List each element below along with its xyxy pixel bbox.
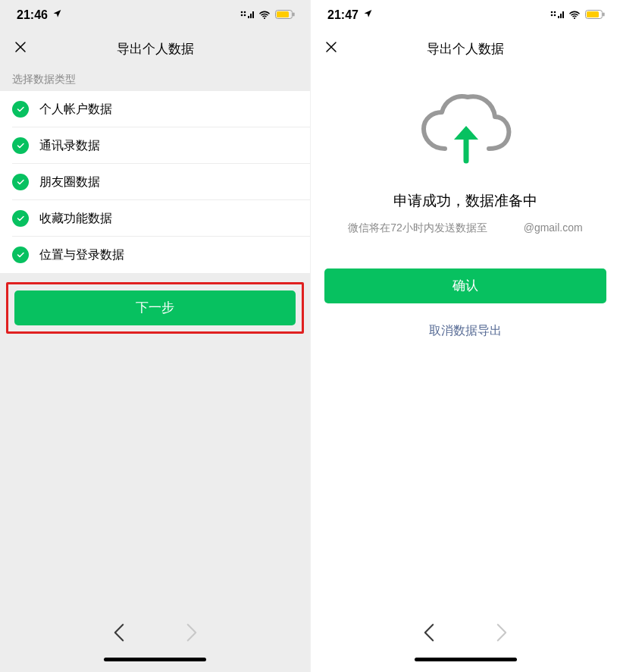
check-icon (12, 210, 29, 227)
list-item-label: 朋友圈数据 (39, 174, 100, 190)
svg-point-12 (551, 14, 553, 17)
list-item-label: 收藏功能数据 (39, 211, 112, 227)
check-icon (12, 137, 29, 154)
svg-rect-15 (560, 14, 562, 18)
success-subtitle-prefix: 微信将在72小时内发送数据至 (348, 221, 487, 234)
success-block: 申请成功，数据准备中 微信将在72小时内发送数据至 @gmail.com 确认 … (311, 67, 620, 339)
page-title: 导出个人数据 (427, 40, 504, 58)
status-left: 21:46 (17, 8, 62, 22)
back-icon[interactable] (423, 623, 435, 645)
screen-select-data: 21:46 导出个人数据 选择数据类型 个人帐户数据 (0, 0, 310, 672)
cloud-upload-icon (416, 89, 515, 168)
data-type-list: 个人帐户数据 通讯录数据 朋友圈数据 收藏功能数据 位置与登录数据 (0, 91, 310, 273)
location-icon (363, 8, 373, 22)
bottom-nav (0, 611, 310, 672)
wifi-icon (568, 8, 581, 22)
status-bar: 21:47 (311, 0, 620, 30)
battery-icon (585, 8, 605, 22)
bottom-nav (311, 611, 620, 672)
svg-point-0 (241, 11, 243, 14)
page-title: 导出个人数据 (117, 40, 194, 58)
location-icon (52, 8, 62, 22)
check-icon (12, 247, 29, 263)
next-button[interactable]: 下一步 (14, 290, 296, 325)
back-icon[interactable] (113, 623, 125, 645)
signal-icon (240, 8, 254, 22)
svg-point-13 (554, 14, 556, 17)
svg-rect-19 (603, 13, 605, 17)
wifi-icon (258, 8, 271, 22)
nav-header: 导出个人数据 (311, 30, 620, 67)
list-item[interactable]: 位置与登录数据 (0, 237, 310, 273)
success-subtitle: 微信将在72小时内发送数据至 @gmail.com (333, 221, 597, 235)
svg-point-11 (554, 11, 556, 14)
list-item[interactable]: 收藏功能数据 (0, 200, 310, 237)
section-header: 选择数据类型 (0, 67, 310, 91)
svg-rect-8 (277, 11, 289, 17)
svg-rect-4 (248, 16, 249, 18)
svg-rect-9 (293, 13, 295, 17)
nav-header: 导出个人数据 (0, 30, 310, 67)
list-item-label: 个人帐户数据 (39, 102, 112, 118)
home-indicator[interactable] (415, 658, 517, 661)
list-item[interactable]: 个人帐户数据 (0, 91, 310, 127)
success-email: @gmail.com (524, 221, 583, 234)
status-left: 21:47 (327, 8, 373, 22)
status-right (550, 8, 605, 22)
svg-point-3 (244, 14, 246, 17)
home-indicator[interactable] (104, 658, 206, 661)
svg-rect-5 (250, 14, 252, 18)
svg-point-2 (241, 14, 243, 17)
close-icon[interactable] (14, 40, 27, 57)
confirm-button[interactable]: 确认 (324, 268, 606, 303)
svg-point-10 (551, 11, 553, 14)
status-right (240, 8, 295, 22)
forward-icon[interactable] (186, 623, 198, 645)
check-icon (12, 174, 29, 190)
check-icon (12, 101, 29, 118)
svg-rect-14 (558, 16, 559, 18)
svg-rect-6 (252, 11, 254, 18)
svg-rect-18 (587, 11, 599, 17)
success-title: 申请成功，数据准备中 (393, 191, 537, 211)
screen-success: 21:47 导出个人数据 (310, 0, 620, 672)
close-icon[interactable] (324, 40, 338, 57)
forward-icon[interactable] (496, 623, 508, 645)
list-item[interactable]: 朋友圈数据 (0, 164, 310, 200)
list-item-label: 通讯录数据 (39, 138, 100, 154)
status-bar: 21:46 (0, 0, 310, 30)
list-item-label: 位置与登录数据 (39, 247, 124, 263)
svg-rect-16 (562, 11, 564, 18)
cancel-export-link[interactable]: 取消数据导出 (311, 323, 620, 339)
battery-icon (275, 8, 295, 22)
highlight-frame: 下一步 (6, 282, 304, 334)
status-time: 21:46 (17, 8, 48, 22)
svg-point-1 (244, 11, 246, 14)
signal-icon (550, 8, 564, 22)
status-time: 21:47 (327, 8, 359, 22)
list-item[interactable]: 通讯录数据 (0, 127, 310, 164)
